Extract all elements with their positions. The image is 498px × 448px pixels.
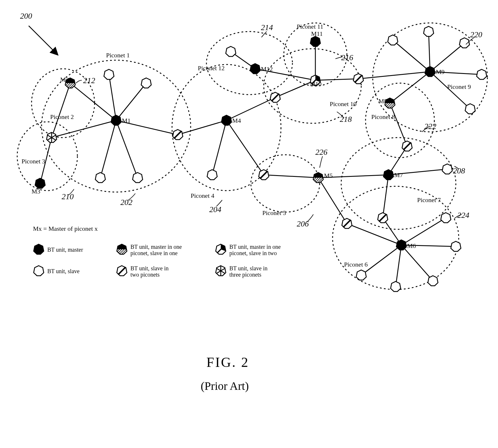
piconet-3-label: Piconet 3 (22, 158, 45, 165)
m9-label: M9 (436, 68, 445, 75)
piconet-5-boundary (251, 155, 320, 212)
bridge-p4-p10 (270, 92, 280, 102)
m10-label: M10 (310, 80, 322, 87)
ref-210: 210 (62, 192, 74, 201)
legend-s2-l2: two piconets (130, 271, 160, 278)
node-m9 (425, 66, 435, 77)
node-m1 (111, 115, 121, 125)
legend-ms2-l2: piconet, slave in two (229, 250, 277, 257)
bridge-p5-p6 (342, 218, 352, 228)
piconet-9-label: Piconet 9 (447, 83, 471, 90)
svg-line-10 (70, 83, 116, 120)
m6-label: M6 (407, 242, 416, 249)
piconet-2-label: Piconet 2 (50, 113, 74, 120)
svg-line-41 (318, 178, 347, 224)
piconet-12-boundary (206, 32, 292, 95)
svg-line-12 (116, 83, 146, 120)
svg-line-30 (429, 32, 430, 72)
svg-line-26 (275, 80, 315, 97)
m1-label: M1 (122, 117, 131, 124)
svg-line-48 (361, 245, 401, 275)
piconet-7-label: Piconet 7 (417, 196, 441, 204)
bridge-p1-p2-p3 (46, 132, 56, 143)
m4-label: M4 (232, 117, 241, 124)
piconet-10-label: Piconet 10 (330, 100, 357, 107)
ref-214: 214 (261, 23, 273, 32)
legend-ms1-l2: piconet, slave in one (130, 250, 178, 257)
ref-206: 206 (297, 219, 309, 228)
m5-label: M5 (324, 172, 333, 179)
node-m4 (221, 115, 231, 125)
piconet-6-label: Piconet 6 (344, 261, 368, 268)
m2-label: M2 (60, 76, 69, 83)
svg-line-19 (178, 120, 226, 135)
svg-line-46 (401, 245, 433, 281)
figure-ref: 200 (20, 11, 32, 20)
svg-line-42 (347, 224, 401, 245)
legend-s2-l1: BT unit, slave in (130, 265, 169, 271)
svg-text:BT unit, master in onepiconet,: BT unit, master in onepiconet, slave in … (229, 244, 281, 257)
bridge-p1-p4 (173, 130, 183, 140)
node-m7 (383, 170, 393, 180)
svg-text:BT unit, slave inthree piconet: BT unit, slave inthree piconets (229, 265, 267, 278)
bridge-p4-p5 (259, 170, 269, 180)
piconet-7-boundary (341, 138, 456, 229)
svg-line-15 (100, 120, 116, 178)
piconet-11-label: Piconet 11 (297, 23, 323, 30)
legend: Mx = Master of piconet x BT unit, master… (33, 225, 281, 278)
svg-line-40 (264, 175, 318, 178)
ref-226: 226 (315, 148, 327, 156)
svg-line-31 (430, 43, 464, 72)
figure-title: FIG. 2 (206, 355, 249, 370)
svg-line-14 (116, 120, 138, 178)
ref-212: 212 (83, 76, 95, 85)
svg-line-20 (212, 120, 226, 175)
svg-line-17 (52, 83, 70, 138)
svg-line-34 (390, 72, 430, 103)
svg-line-33 (430, 72, 470, 109)
ref-202: 202 (120, 198, 132, 207)
m7-label: M7 (394, 171, 403, 179)
piconet-5-label: Piconet 5 (262, 209, 286, 216)
node-m12 (250, 64, 260, 74)
bridge-p7-p8 (402, 141, 412, 151)
svg-line-28 (358, 72, 430, 79)
legend-s3-l2: three piconets (229, 271, 261, 278)
svg-line-35 (390, 103, 407, 146)
piconet-1-label: Piconet 1 (106, 52, 130, 59)
m3-label: M3 (32, 188, 40, 195)
bridge-p9-p10 (353, 74, 363, 84)
svg-text:BT unit, master in onepiconet,: BT unit, master in onepiconet, slave in … (130, 244, 182, 257)
m8-label: M8 (378, 97, 387, 105)
legend-s3-l1: BT unit, slave in (229, 265, 267, 271)
legend-ms1-l1: BT unit, master in one (130, 244, 182, 250)
ref-220: 220 (470, 30, 482, 39)
svg-text:BT unit, slave intwo piconets: BT unit, slave intwo piconets (130, 265, 169, 278)
ref-204: 204 (209, 205, 221, 214)
svg-line-27 (315, 79, 358, 80)
scatternet-diagram: 200 (0, 0, 498, 448)
ref-208: 208 (453, 166, 465, 175)
m12-label: M12 (261, 65, 273, 73)
piconet-4-label: Piconet 4 (191, 192, 214, 199)
piconet-8-label: Piconet 8 (371, 113, 395, 120)
node-m6 (396, 240, 406, 250)
m11-label: M11 (311, 30, 323, 37)
svg-line-38 (383, 175, 388, 218)
legend-slave: BT unit, slave (47, 268, 80, 274)
svg-line-11 (109, 75, 116, 120)
ref-224: 224 (457, 211, 469, 220)
svg-line-44 (401, 218, 446, 245)
legend-master: BT unit, master (47, 247, 83, 253)
svg-line-16 (52, 120, 116, 138)
ref-218: 218 (340, 115, 352, 124)
legend-note: Mx = Master of piconet x (33, 225, 98, 232)
svg-line-29 (393, 40, 430, 72)
ref-222: 222 (424, 122, 436, 131)
ref-216: 216 (341, 53, 353, 62)
bridge-p6-p7 (378, 213, 388, 223)
node-m5 (313, 173, 323, 183)
svg-line-47 (396, 245, 401, 287)
figure-subtitle: (Prior Art) (201, 379, 249, 392)
node-m11 (310, 36, 320, 46)
